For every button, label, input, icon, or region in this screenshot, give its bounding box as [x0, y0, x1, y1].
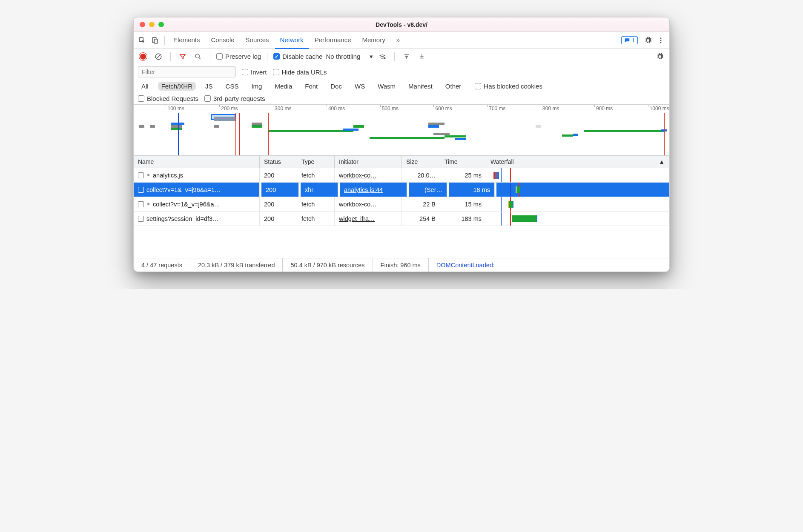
- type-other[interactable]: Other: [442, 82, 465, 91]
- traffic-lights: [134, 22, 164, 27]
- export-har-icon[interactable]: [416, 51, 428, 63]
- cell-size: 254 B: [402, 212, 440, 226]
- close-window-button[interactable]: [140, 22, 145, 27]
- separator: [394, 52, 395, 61]
- separator: [267, 52, 267, 61]
- status-finish: Finish: 960 ms: [373, 258, 429, 272]
- network-settings-icon[interactable]: [654, 51, 666, 63]
- row-checkbox-icon[interactable]: [138, 187, 144, 193]
- svg-point-7: [195, 54, 199, 58]
- cell-initiator: workbox-co…: [335, 168, 402, 183]
- cell-status: 200: [260, 197, 297, 212]
- separator: [210, 52, 210, 61]
- tab-network[interactable]: Network: [275, 32, 309, 49]
- table-row[interactable]: settings?session_id=df3…200fetchwidget_i…: [134, 212, 669, 226]
- tab-elements[interactable]: Elements: [168, 32, 205, 49]
- tab-performance[interactable]: Performance: [310, 32, 356, 49]
- cell-status: 200: [260, 168, 297, 183]
- table-row[interactable]: analytics.js200fetchworkbox-co…20.0…25 m…: [134, 168, 669, 183]
- maximize-window-button[interactable]: [158, 22, 164, 27]
- col-status[interactable]: Status: [260, 156, 297, 168]
- separator: [164, 36, 165, 45]
- overview-body: [134, 113, 669, 155]
- col-waterfall[interactable]: Waterfall▲: [486, 156, 669, 168]
- throttling-value: No throttling: [326, 53, 360, 60]
- cell-name: settings?session_id=df3…: [134, 212, 260, 226]
- row-checkbox-icon[interactable]: [138, 216, 144, 222]
- table-row[interactable]: collect?v=1&_v=j96&a=1…200xhranalytics.j…: [134, 183, 669, 197]
- separator: [170, 52, 171, 61]
- third-party-checkbox[interactable]: 3rd-party requests: [204, 95, 265, 102]
- row-checkbox-icon[interactable]: [138, 172, 144, 178]
- status-resources: 50.4 kB / 970 kB resources: [283, 258, 373, 272]
- network-conditions-icon[interactable]: [376, 51, 388, 63]
- type-ws[interactable]: WS: [351, 82, 368, 91]
- type-doc[interactable]: Doc: [327, 82, 345, 91]
- filter-bar: Invert Hide data URLs All Fetch/XHR JS C…: [134, 64, 669, 105]
- type-font[interactable]: Font: [301, 82, 321, 91]
- panel-tabbar: Elements Console Sources Network Perform…: [134, 32, 669, 49]
- col-time[interactable]: Time: [440, 156, 486, 168]
- row-checkbox-icon[interactable]: [138, 201, 144, 207]
- titlebar: DevTools - v8.dev/: [134, 17, 669, 32]
- type-media[interactable]: Media: [271, 82, 295, 91]
- tab-more[interactable]: »: [391, 32, 405, 49]
- type-manifest[interactable]: Manifest: [405, 82, 436, 91]
- has-blocked-cookies-checkbox[interactable]: Has blocked cookies: [475, 83, 542, 90]
- throttling-select[interactable]: No throttling ▾: [326, 53, 373, 60]
- filter-icon[interactable]: [177, 51, 189, 63]
- svg-point-8: [384, 57, 386, 59]
- import-har-icon[interactable]: [401, 51, 413, 63]
- tab-console[interactable]: Console: [206, 32, 240, 49]
- table-row[interactable]: collect?v=1&_v=j96&a…200fetchworkbox-co……: [134, 197, 669, 212]
- cell-type: xhr: [301, 183, 338, 197]
- blocked-requests-checkbox[interactable]: Blocked Requests: [138, 95, 198, 102]
- preserve-log-checkbox[interactable]: Preserve log: [216, 53, 261, 60]
- message-icon: [624, 37, 630, 43]
- hide-data-urls-checkbox[interactable]: Hide data URLs: [273, 69, 327, 76]
- svg-point-5: [660, 42, 662, 43]
- initiator-link[interactable]: analytics.js:44: [344, 186, 383, 193]
- tab-memory[interactable]: Memory: [357, 32, 390, 49]
- cell-initiator: analytics.js:44: [340, 183, 407, 197]
- type-css[interactable]: CSS: [222, 82, 242, 91]
- col-type[interactable]: Type: [297, 156, 335, 168]
- cell-initiator: widget_ifra…: [335, 212, 402, 226]
- type-img[interactable]: Img: [248, 82, 265, 91]
- initiator-link[interactable]: widget_ifra…: [339, 215, 375, 222]
- cell-time: 183 ms: [440, 212, 486, 226]
- type-js[interactable]: JS: [202, 82, 216, 91]
- settings-icon[interactable]: [642, 34, 654, 46]
- type-wasm[interactable]: Wasm: [374, 82, 399, 91]
- col-initiator[interactable]: Initiator: [335, 156, 402, 168]
- record-button[interactable]: [137, 51, 149, 63]
- type-all[interactable]: All: [138, 82, 152, 91]
- filter-input[interactable]: [138, 66, 236, 77]
- minimize-window-button[interactable]: [149, 22, 155, 27]
- status-requests: 4 / 47 requests: [134, 258, 190, 272]
- cell-status: 200: [260, 212, 297, 226]
- overview-timeline[interactable]: 100 ms 200 ms 300 ms 400 ms 500 ms 600 m…: [134, 105, 669, 156]
- type-fetch-xhr[interactable]: Fetch/XHR: [158, 82, 196, 91]
- kebab-menu-icon[interactable]: [655, 34, 667, 46]
- initiator-link[interactable]: workbox-co…: [339, 201, 377, 208]
- cell-time: 15 ms: [440, 197, 486, 212]
- cell-time: 25 ms: [440, 168, 486, 183]
- col-name[interactable]: Name: [134, 156, 260, 168]
- initiator-link[interactable]: workbox-co…: [339, 172, 377, 179]
- issues-badge[interactable]: 1: [621, 36, 638, 44]
- cell-waterfall: [496, 183, 669, 197]
- clear-button[interactable]: [152, 51, 164, 63]
- tab-sources[interactable]: Sources: [241, 32, 274, 49]
- invert-checkbox[interactable]: Invert: [242, 69, 267, 76]
- search-icon[interactable]: [192, 51, 204, 63]
- cell-type: fetch: [297, 197, 335, 212]
- issues-count: 1: [632, 37, 635, 43]
- inspect-icon[interactable]: [136, 34, 148, 46]
- col-size[interactable]: Size: [402, 156, 440, 168]
- cell-initiator: workbox-co…: [335, 197, 402, 212]
- device-toggle-icon[interactable]: [149, 34, 161, 46]
- svg-rect-2: [155, 39, 158, 43]
- cell-waterfall: [486, 212, 669, 226]
- disable-cache-checkbox[interactable]: Disable cache: [273, 53, 322, 60]
